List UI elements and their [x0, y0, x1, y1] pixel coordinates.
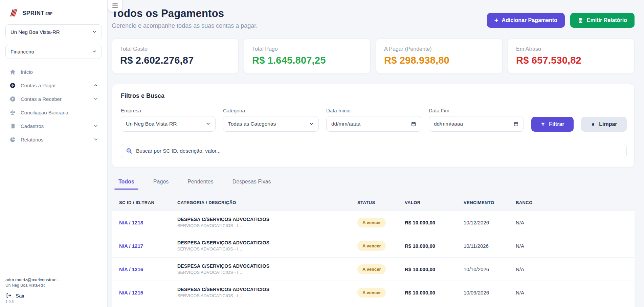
sidebar-item-cadastros[interactable]: Cadastros — [5, 119, 102, 133]
payment-id-link[interactable]: N/A / 1217 — [119, 243, 177, 249]
data-inicio-placeholder: dd/mm/aaaa — [331, 121, 360, 127]
search-input[interactable] — [121, 144, 627, 158]
logout-label: Sair — [16, 293, 25, 299]
sidebar-item-contas-a-receber[interactable]: Contas a Receber — [5, 92, 102, 106]
empresa-field: Empresa Un Neg Boa Vista-RR — [121, 108, 216, 132]
payment-description: SERVIÇOS ADVOCATICIOS - I... — [177, 293, 357, 298]
sidebar-item-inicio[interactable]: Início — [5, 65, 102, 79]
tab-todos[interactable]: Todos — [117, 177, 136, 189]
stat-label: Em Atraso — [516, 46, 626, 52]
arrow-down-circle-icon — [9, 82, 16, 89]
logout-button[interactable]: Sair — [5, 292, 100, 299]
payment-due-date: 10/10/2026 — [464, 266, 516, 272]
status-badge: A vencer — [357, 218, 386, 227]
stat-card-a-pagar: A Pagar (Pendente) R$ 298.938,80 — [376, 38, 503, 74]
page-subtitle: Gerencie e acompanhe todas as suas conta… — [112, 22, 258, 29]
payment-id-link[interactable]: N/A / 1216 — [119, 266, 177, 272]
add-payment-button[interactable]: + Adicionar Pagamento — [487, 13, 565, 28]
payment-id-link[interactable]: N/A / 1218 — [119, 220, 177, 225]
chevron-up-icon — [93, 83, 98, 88]
home-icon — [9, 69, 16, 75]
app-version: 1.0.3 — [5, 300, 100, 304]
column-header-status: STATUS — [357, 200, 405, 205]
app-window: SPRINTERP Un Neg Boa Vista-RR Financeiro… — [0, 0, 644, 307]
sidebar-toggle-button[interactable] — [108, 0, 122, 12]
calendar-icon — [411, 121, 416, 127]
column-header-categoria: CATEGORIA / DESCRIÇÃO — [177, 200, 357, 205]
arrow-up-circle-icon — [9, 96, 16, 102]
tab-pendentes[interactable]: Pendentes — [186, 177, 215, 189]
filter-row: Empresa Un Neg Boa Vista-RR Categoria To… — [121, 108, 627, 132]
column-header-vencimento: VENCIMENTO — [464, 200, 516, 205]
stat-value: R$ 298.938,80 — [384, 55, 494, 66]
payment-due-date: 10/12/2026 — [464, 220, 516, 225]
chevron-down-icon — [93, 137, 98, 142]
sidebar-item-label: Cadastros — [21, 123, 44, 129]
table-row[interactable]: N/A / 1217 DESPESA C/SERVIÇOS ADVOCATICI… — [112, 234, 635, 257]
sidebar-item-contas-a-pagar[interactable]: Contas a Pagar — [5, 79, 102, 92]
logout-icon — [5, 292, 12, 299]
add-payment-label: Adicionar Pagamento — [502, 17, 557, 23]
clear-label: Limpar — [599, 121, 617, 127]
scales-icon — [9, 109, 16, 116]
categoria-value: Todas as Categorias — [228, 121, 276, 127]
chevron-down-icon — [309, 122, 314, 126]
table-row[interactable]: N/A / 1218 DESPESA C/SERVIÇOS ADVOCATICI… — [112, 211, 635, 234]
payment-description: SERVIÇOS ADVOCATICIOS - I... — [177, 223, 357, 228]
plus-icon: + — [494, 17, 498, 24]
table-row[interactable]: N/A / 1215 DESPESA C/SERVIÇOS ADVOCATICI… — [112, 281, 635, 304]
clear-button[interactable]: Limpar — [581, 117, 627, 132]
tab-pagos[interactable]: Pagos — [152, 177, 170, 189]
filter-button[interactable]: Filtrar — [531, 117, 574, 132]
column-header-banco: BANCO — [516, 200, 635, 205]
sidebar-item-relatorios[interactable]: Relatórios — [5, 133, 102, 146]
stat-card-total-pago: Total Pago R$ 1.645.807,25 — [244, 38, 371, 74]
chevron-down-icon — [92, 49, 97, 54]
status-badge: A vencer — [357, 288, 386, 298]
chevron-down-icon — [93, 123, 98, 129]
data-fim-field: Data Fim dd/mm/aaaa — [429, 108, 524, 132]
pie-chart-icon — [9, 136, 16, 143]
payment-bank: N/A — [516, 290, 635, 295]
table-row[interactable]: N/A / 1216 DESPESA C/SERVIÇOS ADVOCATICI… — [112, 257, 635, 281]
business-unit-select[interactable]: Un Neg Boa Vista-RR — [5, 24, 102, 39]
sidebar-item-conciliacao-bancaria[interactable]: Conciliação Bancária — [5, 106, 102, 119]
tab-despesas-fixas[interactable]: Despesas Fixas — [231, 177, 272, 189]
empresa-value: Un Neg Boa Vista-RR — [126, 121, 177, 127]
calendar-icon — [513, 121, 519, 127]
data-fim-placeholder: dd/mm/aaaa — [434, 121, 463, 127]
header-actions: + Adicionar Pagamento PDF Emitir Relatór… — [487, 13, 635, 28]
payment-category: DESPESA C/SERVIÇOS ADVOCATICIOS — [177, 217, 357, 222]
categoria-label: Categoria — [223, 108, 319, 113]
payment-id-link[interactable]: N/A / 1215 — [119, 290, 177, 295]
droplet-icon — [591, 122, 596, 127]
brand-suffix: ERP — [45, 12, 52, 16]
stat-value: R$ 1.645.807,25 — [252, 55, 362, 66]
sprint-stripes-icon — [9, 7, 19, 19]
categoria-select[interactable]: Todas as Categorias — [223, 116, 319, 132]
payment-description: SERVIÇOS ADVOCATICIOS - I... — [177, 270, 357, 275]
payment-value: R$ 10.000,00 — [405, 243, 464, 249]
payment-value: R$ 10.000,00 — [405, 266, 464, 272]
emit-report-button[interactable]: PDF Emitir Relatório — [570, 13, 635, 28]
sidebar-item-label: Início — [21, 69, 33, 75]
empresa-select[interactable]: Un Neg Boa Vista-RR — [121, 116, 216, 132]
payment-bank: N/A — [516, 266, 635, 272]
payment-description: SERVIÇOS ADVOCATICIOS - I... — [177, 247, 357, 251]
payment-bank: N/A — [516, 243, 635, 249]
data-inicio-input[interactable]: dd/mm/aaaa — [326, 116, 421, 132]
module-select[interactable]: Financeiro — [5, 44, 102, 59]
data-fim-input[interactable]: dd/mm/aaaa — [429, 116, 524, 132]
sidebar-footer: adm.matriz@axelconstruc... Un Neg Boa Vi… — [5, 277, 100, 304]
payment-due-date: 10/09/2026 — [464, 290, 516, 295]
stat-value: R$ 657.530,82 — [516, 55, 626, 66]
funnel-icon — [540, 122, 546, 127]
data-inicio-label: Data Início — [326, 108, 421, 113]
stat-card-em-atraso: Em Atraso R$ 657.530,82 — [508, 38, 635, 74]
payment-bank: N/A — [516, 220, 635, 225]
status-badge: A vencer — [357, 264, 386, 274]
book-icon — [9, 123, 16, 129]
pdf-file-icon: PDF — [578, 18, 583, 23]
data-fim-label: Data Fim — [429, 108, 524, 113]
stat-label: Total Pago — [252, 46, 362, 52]
